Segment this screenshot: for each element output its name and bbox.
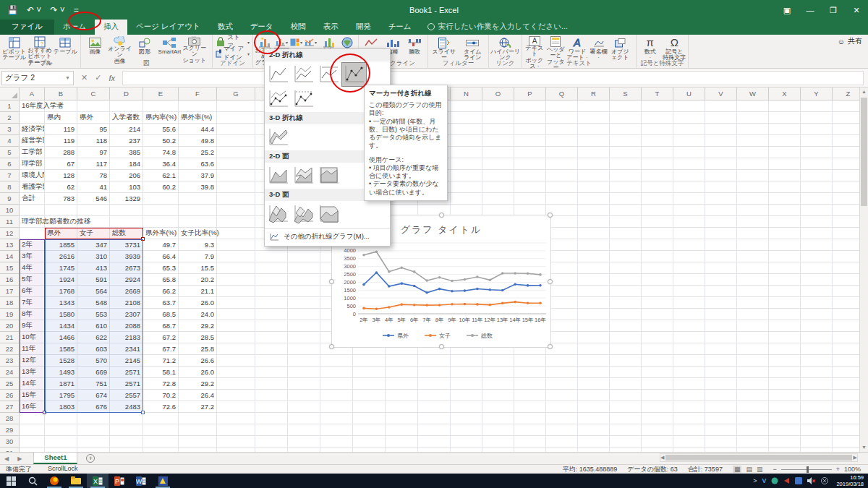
cell-E21[interactable]: 67.2 <box>143 332 179 343</box>
cell-V26[interactable] <box>705 390 737 401</box>
cell-C17[interactable]: 564 <box>77 286 110 297</box>
column-header-Q[interactable]: Q <box>546 87 578 100</box>
cell-Q28[interactable] <box>546 413 578 424</box>
cell-W15[interactable] <box>737 262 769 274</box>
cell-F19[interactable]: 24.0 <box>179 309 217 320</box>
vertical-scroll-thumb[interactable] <box>861 98 867 206</box>
cell-H15[interactable] <box>255 262 288 274</box>
insert-hierarchy-chart[interactable]: ▾ <box>289 37 303 48</box>
cell-X15[interactable] <box>769 262 801 274</box>
cell-D23[interactable]: 2145 <box>110 355 143 367</box>
cell-F16[interactable]: 20.2 <box>179 274 217 286</box>
restore-button[interactable]: ❐ <box>822 0 845 20</box>
zoom-in-icon[interactable]: + <box>836 466 840 473</box>
cell-J30[interactable] <box>320 436 353 448</box>
sheet-tab-sheet1[interactable]: Sheet1 <box>33 453 77 464</box>
cell-N2[interactable] <box>451 112 482 124</box>
cell-T13[interactable] <box>642 239 673 251</box>
cell-Z24[interactable] <box>833 367 859 378</box>
cell-X22[interactable] <box>769 343 801 355</box>
cell-W8[interactable] <box>737 181 769 193</box>
cell-I28[interactable] <box>288 413 320 424</box>
cell-E28[interactable] <box>143 413 179 424</box>
cell-B15[interactable]: 1745 <box>45 262 77 274</box>
menu-option-3d-100-stacked-area[interactable] <box>317 202 341 226</box>
cell-X2[interactable] <box>769 112 801 124</box>
cell-Y27[interactable] <box>801 401 833 413</box>
cell-A27[interactable]: 16年 <box>20 401 45 413</box>
cell-W16[interactable] <box>737 274 769 286</box>
cell-V1[interactable] <box>705 100 737 112</box>
cell-C21[interactable]: 622 <box>77 332 110 343</box>
cell-U9[interactable] <box>673 193 705 205</box>
cell-D16[interactable]: 2924 <box>110 274 143 286</box>
column-header-F[interactable]: F <box>179 87 217 100</box>
cell-A18[interactable]: 7年 <box>20 297 45 309</box>
row-header-13[interactable]: 13 <box>0 239 20 251</box>
cell-D14[interactable]: 3939 <box>110 251 143 262</box>
ribbon-button-記号と特殊文字[interactable]: Ω記号と 特殊文字 <box>663 35 687 61</box>
cell-I17[interactable] <box>288 286 320 297</box>
cell-S19[interactable] <box>610 309 642 320</box>
cell-Q29[interactable] <box>546 424 578 436</box>
cell-R8[interactable] <box>578 181 610 193</box>
cell-C22[interactable]: 603 <box>77 343 110 355</box>
cell-T5[interactable] <box>642 147 673 158</box>
tray-app1-icon[interactable]: V <box>762 477 766 484</box>
cell-W7[interactable] <box>737 170 769 181</box>
cell-O7[interactable] <box>482 170 514 181</box>
cell-T20[interactable] <box>642 320 673 332</box>
cell-D2[interactable]: 入学者数 <box>110 112 143 124</box>
cell-D20[interactable]: 2088 <box>110 320 143 332</box>
cell-R10[interactable] <box>578 205 610 216</box>
cell-E15[interactable]: 65.3 <box>143 262 179 274</box>
cell-R24[interactable] <box>578 367 610 378</box>
cell-O4[interactable] <box>482 135 514 147</box>
cell-V3[interactable] <box>705 124 737 135</box>
cell-W21[interactable] <box>737 332 769 343</box>
cell-R5[interactable] <box>578 147 610 158</box>
cell-X6[interactable] <box>769 158 801 170</box>
cell-O3[interactable] <box>482 124 514 135</box>
select-all-corner[interactable] <box>0 87 20 100</box>
cell-T19[interactable] <box>642 309 673 320</box>
cell-P3[interactable] <box>514 124 546 135</box>
cell-T8[interactable] <box>642 181 673 193</box>
cell-Z25[interactable] <box>833 378 859 390</box>
cell-Y9[interactable] <box>801 193 833 205</box>
cell-Z22[interactable] <box>833 343 859 355</box>
cell-H25[interactable] <box>255 378 288 390</box>
column-header-C[interactable]: C <box>77 87 110 100</box>
cell-I16[interactable] <box>288 274 320 286</box>
cell-D13[interactable]: 3731 <box>110 239 143 251</box>
cell-J28[interactable] <box>320 413 353 424</box>
cell-R21[interactable] <box>578 332 610 343</box>
scroll-right-icon[interactable]: ▶ <box>854 453 857 462</box>
cell-Y7[interactable] <box>801 170 833 181</box>
cell-H14[interactable] <box>255 251 288 262</box>
cell-O2[interactable] <box>482 112 514 124</box>
cell-T11[interactable] <box>642 216 673 228</box>
sheet-nav-right-icon[interactable]: ▶ <box>13 455 26 462</box>
cell-V19[interactable] <box>705 309 737 320</box>
ribbon-button-ワードアート ·[interactable]: Aワード アート · <box>566 35 588 61</box>
cell-C29[interactable] <box>77 424 110 436</box>
ribbon-button-ピボットテーブル[interactable]: ピボット テーブル <box>1 35 27 61</box>
ribbon-button-ヘッダーとフッター[interactable]: ヘッダーと フッター <box>545 35 567 61</box>
cell-M26[interactable] <box>418 390 451 401</box>
cell-B3[interactable]: 119 <box>45 124 77 135</box>
cell-J25[interactable] <box>320 378 353 390</box>
cell-Z16[interactable] <box>833 274 859 286</box>
tray-app3-icon[interactable] <box>783 477 790 484</box>
cell-V23[interactable] <box>705 355 737 367</box>
cell-A5[interactable]: 工学部 <box>20 147 45 158</box>
cell-S6[interactable] <box>610 158 642 170</box>
cell-U29[interactable] <box>673 424 705 436</box>
cell-X19[interactable] <box>769 309 801 320</box>
cell-L24[interactable] <box>386 367 418 378</box>
cell-U6[interactable] <box>673 158 705 170</box>
cell-T30[interactable] <box>642 436 673 448</box>
cell-F25[interactable]: 29.2 <box>179 378 217 390</box>
cell-N5[interactable] <box>451 147 482 158</box>
cell-V28[interactable] <box>705 413 737 424</box>
